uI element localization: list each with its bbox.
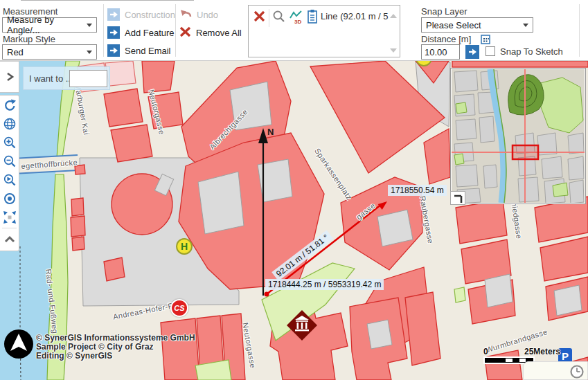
- chevron-down-icon: [87, 51, 92, 54]
- expand-panel-button[interactable]: [0, 61, 19, 93]
- i-want-to-widget[interactable]: I want to ...: [23, 66, 110, 90]
- scroll-down-icon[interactable]: [390, 48, 397, 53]
- overview-map[interactable]: [450, 68, 586, 204]
- synergis-logo: [4, 329, 33, 361]
- undo-label: Undo: [197, 10, 218, 20]
- send-email-label: Send Email: [125, 46, 170, 56]
- chevron-down-icon: [87, 24, 92, 27]
- chevron-up-icon: [4, 235, 15, 244]
- credit-line: Editing © SynerGIS: [36, 352, 195, 361]
- distance-label: Distance [m]: [421, 34, 471, 44]
- tab-strip-remnant: [21, 0, 194, 1]
- construction-label: Construction: [125, 10, 175, 20]
- snap-layer-label: Snap Layer: [421, 6, 467, 17]
- divider: [103, 4, 104, 57]
- map-viewport[interactable]: Marburger KaiNeutorgasseAlbrechtgasseSpa…: [0, 61, 588, 380]
- undo-button[interactable]: Undo: [179, 8, 218, 21]
- remove-all-icon: [179, 26, 191, 39]
- report-icon[interactable]: [306, 9, 319, 27]
- snap-layer-select[interactable]: Please Select: [421, 17, 533, 33]
- overview-toggle-button[interactable]: [450, 191, 465, 205]
- next-extent-button[interactable]: [0, 170, 19, 189]
- markup-style-label: Markup Style: [3, 34, 55, 44]
- markup-style-select[interactable]: Red: [2, 44, 97, 60]
- map-tool-sidebar: [0, 95, 19, 251]
- top-toolbar: Measurement Measure by Angle/... Markup …: [0, 0, 588, 61]
- measure-start-coordinate: 1718444.25 m / 5953319.42 m: [265, 279, 384, 290]
- my-location-button[interactable]: [0, 189, 19, 208]
- zoom-to-icon[interactable]: [272, 10, 285, 26]
- globe-button[interactable]: [0, 114, 19, 133]
- measurement-mode-select[interactable]: Measure by Angle/...: [2, 17, 97, 33]
- divider: [579, 4, 580, 57]
- svg-text:3D: 3D: [294, 19, 301, 24]
- arrow-right-icon: [107, 44, 120, 57]
- measure-results-panel: 3D Line (92.01 m / 51...: [248, 5, 400, 57]
- arrow-right-icon: [107, 8, 120, 21]
- snap-to-sketch-checkbox[interactable]: [485, 46, 495, 56]
- remove-icon[interactable]: [253, 10, 265, 25]
- zoom-out-button[interactable]: [0, 152, 19, 170]
- transit-stop-marker: H: [176, 238, 193, 255]
- distance-input[interactable]: [421, 44, 460, 60]
- measurement-mode-value: Measure by Angle/...: [7, 15, 87, 35]
- i-want-to-label: I want to ...: [29, 73, 73, 84]
- remove-all-label: Remove All: [196, 28, 242, 38]
- refresh-button[interactable]: [0, 96, 19, 114]
- snap-to-sketch-label: Snap To Sketch: [500, 46, 563, 57]
- divider: [2, 228, 17, 228]
- divider: [175, 4, 176, 57]
- scalebar-max: 25Meters: [524, 347, 560, 356]
- scalebar-zero: 0: [483, 347, 488, 356]
- history-panel: [523, 361, 588, 380]
- chevron-right-icon: [5, 72, 15, 82]
- undo-icon: [179, 8, 192, 21]
- zoom-in-button[interactable]: [0, 133, 19, 152]
- carsharing-marker: CS: [170, 299, 188, 317]
- arrow-right-icon: [107, 26, 120, 39]
- grid-calculator-icon: [481, 35, 490, 47]
- divider: [269, 9, 269, 27]
- markup-style-value: Red: [7, 47, 24, 57]
- snap-layer-value: Please Select: [426, 20, 481, 30]
- map-credits: © SynerGIS Informationssysteme GmbH Samp…: [36, 334, 195, 361]
- selected-measure-item[interactable]: Line (92.01 m / 51...: [321, 11, 389, 21]
- scalebar: 0 25Meters: [479, 347, 555, 352]
- collapse-toolbar-button[interactable]: [0, 230, 19, 248]
- add-feature-button[interactable]: Add Feature: [107, 26, 175, 39]
- remove-all-button[interactable]: Remove All: [179, 26, 242, 39]
- i-want-to-input[interactable]: [69, 70, 107, 87]
- apply-distance-button[interactable]: [465, 45, 479, 59]
- full-extent-button[interactable]: [0, 208, 19, 226]
- profile-3d-icon[interactable]: 3D: [288, 9, 303, 27]
- north-label: N: [267, 127, 274, 137]
- scroll-up-icon[interactable]: [390, 14, 397, 18]
- clock-icon[interactable]: [569, 364, 585, 379]
- measure-end-coordinate: 1718550.54 m: [388, 185, 447, 196]
- construction-button[interactable]: Construction: [107, 8, 175, 21]
- extent-rectangle[interactable]: [513, 145, 538, 159]
- send-email-button[interactable]: Send Email: [107, 44, 170, 57]
- add-feature-label: Add Feature: [125, 28, 175, 38]
- chevron-down-icon: [523, 24, 528, 27]
